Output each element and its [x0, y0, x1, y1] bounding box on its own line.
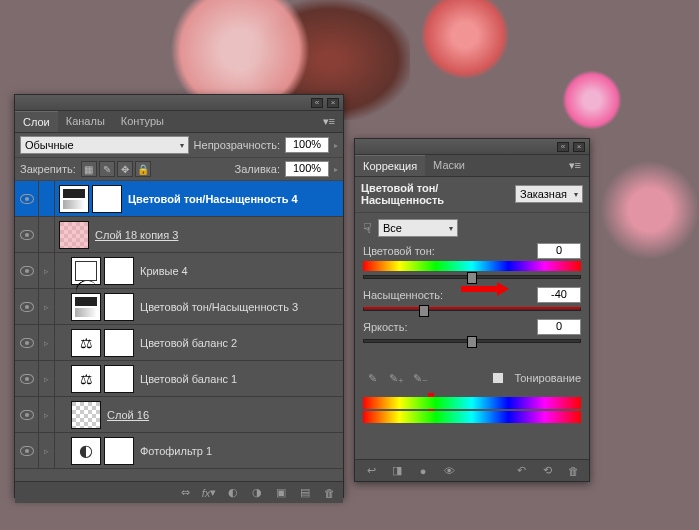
adjust-titlebar[interactable]: « ×: [355, 139, 589, 155]
visibility-toggle[interactable]: [15, 433, 39, 468]
link-col[interactable]: ▹: [39, 361, 55, 396]
preset-select[interactable]: Заказная ▾: [515, 185, 583, 203]
layers-titlebar[interactable]: « ×: [15, 95, 343, 111]
reset-icon[interactable]: ⟲: [537, 463, 557, 479]
visibility-toggle[interactable]: [15, 397, 39, 432]
mask-thumbnail[interactable]: [104, 365, 134, 393]
link-col[interactable]: [39, 217, 55, 252]
link-col[interactable]: ▹: [39, 325, 55, 360]
targeted-adjust-icon[interactable]: ☟: [363, 220, 372, 236]
layer-thumbnail[interactable]: [71, 293, 101, 321]
close-icon[interactable]: ×: [573, 142, 585, 152]
chevron-down-icon[interactable]: ▸: [334, 141, 338, 150]
link-col[interactable]: ▹: [39, 397, 55, 432]
layer-thumbnail[interactable]: [71, 365, 101, 393]
clip-icon[interactable]: ◨: [387, 463, 407, 479]
channel-select[interactable]: Все ▾: [378, 219, 458, 237]
lightness-input[interactable]: 0: [537, 319, 581, 335]
lock-pixels-icon[interactable]: ✎: [99, 161, 115, 177]
link-layers-icon[interactable]: ⇔: [175, 485, 195, 501]
lock-position-icon[interactable]: ✥: [117, 161, 133, 177]
link-col[interactable]: ▹: [39, 289, 55, 324]
eyedropper-subtract-icon[interactable]: ✎₋: [411, 369, 429, 387]
mask-thumbnail[interactable]: [92, 185, 122, 213]
lock-all-icon[interactable]: 🔒: [135, 161, 151, 177]
eyedropper-add-icon[interactable]: ✎₊: [387, 369, 405, 387]
saturation-input[interactable]: -40: [537, 287, 581, 303]
trash-icon[interactable]: 🗑: [563, 463, 583, 479]
layer-name[interactable]: Фотофильтр 1: [134, 445, 339, 457]
layer-mask-icon[interactable]: ◐: [223, 485, 243, 501]
layer-name[interactable]: Цветовой тон/Насыщенность 4: [122, 193, 339, 205]
lightness-slider[interactable]: [363, 339, 581, 343]
trash-icon[interactable]: 🗑: [319, 485, 339, 501]
panel-menu-icon[interactable]: ▾≡: [315, 111, 343, 132]
mask-thumbnail[interactable]: [104, 257, 134, 285]
layer-row[interactable]: ▹Цветовой баланс 2: [15, 325, 343, 361]
layer-row[interactable]: ▹Кривые 4: [15, 253, 343, 289]
previous-state-icon[interactable]: ↶: [511, 463, 531, 479]
layer-row[interactable]: ▹Цветовой баланс 1: [15, 361, 343, 397]
lightness-slider-thumb[interactable]: [467, 336, 477, 348]
layer-thumbnail[interactable]: [71, 401, 101, 429]
collapse-icon[interactable]: «: [311, 98, 323, 108]
link-col[interactable]: ▹: [39, 253, 55, 288]
layer-row[interactable]: ▹Цветовой тон/Насыщенность 3: [15, 289, 343, 325]
fill-input[interactable]: 100%: [285, 161, 329, 177]
layer-thumbnail[interactable]: [71, 257, 101, 285]
mask-thumbnail[interactable]: [104, 293, 134, 321]
visibility-toggle[interactable]: [15, 181, 39, 216]
return-arrow-icon[interactable]: ↩: [361, 463, 381, 479]
opacity-input[interactable]: 100%: [285, 137, 329, 153]
layer-name[interactable]: Слой 16: [101, 409, 339, 421]
layer-name[interactable]: Цветовой баланс 1: [134, 373, 339, 385]
layer-thumbnail[interactable]: [71, 329, 101, 357]
eyedropper-icon[interactable]: ✎: [363, 369, 381, 387]
link-col[interactable]: [39, 181, 55, 216]
tab-paths[interactable]: Контуры: [113, 111, 172, 132]
layer-name[interactable]: Слой 18 копия 3: [89, 229, 339, 241]
close-icon[interactable]: ×: [327, 98, 339, 108]
layer-thumbnail[interactable]: [59, 221, 89, 249]
visibility-toggle[interactable]: [15, 325, 39, 360]
link-col[interactable]: ▹: [39, 433, 55, 468]
hue-slider[interactable]: [363, 275, 581, 279]
layer-name[interactable]: Цветовой тон/Насыщенность 3: [134, 301, 339, 313]
tab-masks[interactable]: Маски: [425, 155, 473, 176]
layer-list[interactable]: Цветовой тон/Насыщенность 4Слой 18 копия…: [15, 181, 343, 481]
mask-thumbnail[interactable]: [104, 329, 134, 357]
new-layer-icon[interactable]: ▤: [295, 485, 315, 501]
visibility-toggle[interactable]: [15, 361, 39, 396]
saturation-slider[interactable]: [363, 307, 581, 311]
layer-name[interactable]: Кривые 4: [134, 265, 339, 277]
layer-row[interactable]: Цветовой тон/Насыщенность 4: [15, 181, 343, 217]
group-icon[interactable]: ▣: [271, 485, 291, 501]
saturation-slider-thumb[interactable]: [419, 305, 429, 317]
layer-row[interactable]: ▹Фотофильтр 1: [15, 433, 343, 469]
layer-name[interactable]: Цветовой баланс 2: [134, 337, 339, 349]
eye-icon[interactable]: 👁: [439, 463, 459, 479]
collapse-icon[interactable]: «: [557, 142, 569, 152]
visibility-toggle[interactable]: [15, 217, 39, 252]
lock-transparency-icon[interactable]: ▦: [81, 161, 97, 177]
colorize-checkbox[interactable]: [492, 372, 504, 384]
layer-thumbnail[interactable]: [71, 437, 101, 465]
adjustment-layer-icon[interactable]: ◑: [247, 485, 267, 501]
visibility-toggle[interactable]: [15, 253, 39, 288]
layer-thumbnail[interactable]: [59, 185, 89, 213]
hue-slider-thumb[interactable]: [467, 272, 477, 284]
panel-menu-icon[interactable]: ▾≡: [561, 155, 589, 176]
mask-thumbnail[interactable]: [104, 437, 134, 465]
tab-correction[interactable]: Коррекция: [355, 155, 425, 176]
view-icon[interactable]: ●: [413, 463, 433, 479]
blend-mode-select[interactable]: Обычные ▾: [20, 136, 189, 154]
tab-channels[interactable]: Каналы: [58, 111, 113, 132]
layer-row[interactable]: Слой 18 копия 3: [15, 217, 343, 253]
chevron-down-icon[interactable]: ▸: [334, 165, 338, 174]
layer-style-icon[interactable]: fx▾: [199, 485, 219, 501]
layer-row[interactable]: ▹Слой 16: [15, 397, 343, 433]
visibility-toggle[interactable]: [15, 289, 39, 324]
tab-layers[interactable]: Слои: [15, 111, 58, 132]
adjust-header: Цветовой тон/Насыщенность Заказная ▾: [355, 177, 589, 213]
hue-input[interactable]: 0: [537, 243, 581, 259]
